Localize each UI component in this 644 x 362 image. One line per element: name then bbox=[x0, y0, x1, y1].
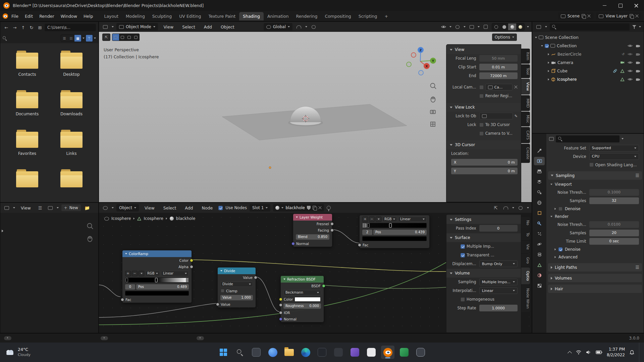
step-rate-field[interactable]: 1.0000 bbox=[479, 305, 518, 311]
hide-eye-icon[interactable] bbox=[628, 52, 633, 56]
select-extend-mode-icon[interactable] bbox=[119, 34, 126, 41]
multiple-importance-checkbox[interactable] bbox=[461, 244, 465, 249]
blender-menu-icon[interactable] bbox=[3, 13, 8, 19]
viewport-3d[interactable]: Z Y X Object Mode Vie bbox=[99, 21, 532, 202]
viewport-noise-threshold-field[interactable]: 0.1000 bbox=[589, 189, 639, 196]
shader-menu-view[interactable]: View bbox=[142, 204, 158, 212]
ramp-stop[interactable] bbox=[186, 278, 189, 282]
browse-image-caret[interactable] bbox=[57, 207, 59, 208]
properties-tab-world-icon[interactable] bbox=[534, 198, 545, 207]
notifications-bell-icon[interactable] bbox=[629, 350, 635, 355]
ramp-stop[interactable] bbox=[125, 278, 128, 282]
menu-file[interactable]: File bbox=[8, 12, 21, 20]
volume-sampling-dropdown[interactable]: Multiple Impo... bbox=[479, 279, 518, 285]
close-button[interactable] bbox=[628, 0, 644, 11]
menu-help[interactable]: Help bbox=[80, 12, 96, 20]
path-field[interactable]: C:\Users\s... bbox=[45, 24, 96, 31]
workspace-tab-rendering[interactable]: Rendering bbox=[292, 12, 321, 20]
socket-alpha-output[interactable] bbox=[190, 265, 193, 268]
create-directory-button[interactable]: ⊞ bbox=[36, 24, 44, 31]
view-section-header[interactable]: View bbox=[446, 45, 521, 54]
properties-tab-data-icon[interactable] bbox=[534, 261, 545, 269]
material-name-field[interactable]: blackhole bbox=[285, 205, 305, 210]
clip-start-field[interactable]: 0.01 m bbox=[479, 64, 518, 70]
device-dropdown[interactable]: CPU bbox=[589, 153, 639, 160]
properties-tab-tool-icon[interactable] bbox=[534, 146, 545, 155]
socket-normal-input[interactable] bbox=[291, 242, 295, 245]
shader-menu-select[interactable]: Select bbox=[160, 204, 179, 212]
color-mode-dropdown[interactable]: RGB bbox=[382, 217, 397, 222]
transparent-shadows-checkbox[interactable] bbox=[461, 253, 465, 257]
folder-desktop[interactable]: Desktop bbox=[49, 53, 94, 77]
side-tab-group[interactable]: Gro bbox=[521, 254, 530, 267]
new-view-layer-icon[interactable] bbox=[630, 14, 633, 18]
osl-checkbox[interactable] bbox=[589, 163, 594, 167]
filter-toggle[interactable] bbox=[86, 35, 93, 42]
overlays-toggle-icon[interactable] bbox=[468, 23, 475, 31]
socket-color-output[interactable] bbox=[190, 259, 193, 262]
hide-eye-icon[interactable] bbox=[628, 77, 633, 81]
cursor-x-field[interactable]: X 0 m bbox=[451, 159, 518, 166]
new-image-button[interactable]: + New bbox=[61, 204, 81, 211]
properties-tab-object-icon[interactable] bbox=[534, 209, 545, 217]
editor-type-icon[interactable] bbox=[535, 23, 542, 31]
select-box-mode-icon[interactable] bbox=[112, 34, 119, 41]
outliner-row-beziercircle[interactable]: BezierCircle ↺ bbox=[532, 50, 644, 58]
homogeneous-checkbox[interactable] bbox=[461, 297, 465, 302]
use-nodes-checkbox[interactable] bbox=[218, 206, 223, 210]
stop-position-field[interactable]: Pos 0.489 bbox=[136, 284, 189, 290]
teams-app-icon[interactable] bbox=[266, 346, 279, 359]
workspace-tab-shading[interactable]: Shading bbox=[239, 12, 264, 20]
viewport-menu-add[interactable]: Add bbox=[201, 23, 215, 31]
overlays-caret[interactable] bbox=[527, 207, 529, 208]
ramp-stop-selected[interactable] bbox=[155, 278, 158, 282]
gizmos-caret[interactable] bbox=[464, 26, 466, 27]
volumes-panel-header[interactable]: Volumes bbox=[548, 274, 642, 282]
distribution-dropdown[interactable]: Beckmann bbox=[283, 290, 321, 295]
search-button[interactable] bbox=[233, 346, 247, 359]
select-difference-mode-icon[interactable] bbox=[132, 34, 139, 41]
stop-color-swatch[interactable] bbox=[125, 291, 189, 296]
viewport-samples-field[interactable]: 32 bbox=[589, 197, 639, 204]
socket-value-input[interactable] bbox=[216, 303, 219, 306]
color-swatch[interactable] bbox=[294, 297, 321, 302]
app-icon-console[interactable] bbox=[315, 346, 329, 359]
time-limit-field[interactable]: 0 sec bbox=[589, 238, 639, 245]
menu-edit[interactable]: Edit bbox=[22, 12, 36, 20]
outliner-row-cube[interactable]: Cube 🔗 bbox=[532, 67, 644, 75]
search-icon[interactable] bbox=[3, 36, 7, 40]
collapse-icon[interactable] bbox=[296, 217, 298, 218]
blend-field[interactable]: Blend0.850 bbox=[296, 234, 329, 240]
minimize-button[interactable] bbox=[597, 0, 612, 11]
shading-material-icon[interactable] bbox=[508, 23, 516, 30]
expand-icon[interactable] bbox=[541, 45, 543, 47]
editor-type-caret[interactable] bbox=[112, 207, 114, 208]
side-tab-view[interactable]: Vie bbox=[521, 241, 530, 253]
socket-roughness-input[interactable] bbox=[279, 303, 282, 307]
value-field[interactable]: Value1.000 bbox=[220, 295, 253, 300]
n-panel-tab-view[interactable]: View bbox=[521, 79, 530, 94]
filter-settings-caret[interactable] bbox=[94, 38, 96, 39]
editor-type-icon[interactable] bbox=[3, 204, 10, 212]
refresh-button[interactable]: ↻ bbox=[28, 24, 35, 31]
menu-window[interactable]: Window bbox=[58, 12, 80, 20]
interpolation-dropdown[interactable]: Linear bbox=[398, 217, 427, 222]
xray-toggle-icon[interactable] bbox=[482, 23, 489, 31]
add-workspace-button[interactable]: + bbox=[381, 12, 391, 20]
workspace-tab-animation[interactable]: Animation bbox=[264, 12, 292, 20]
ramp-stop[interactable] bbox=[363, 223, 365, 228]
edge-browser-icon[interactable] bbox=[299, 346, 312, 359]
app-icon-green[interactable] bbox=[397, 346, 411, 359]
maximize-button[interactable] bbox=[612, 0, 628, 11]
remove-stop-button[interactable]: − bbox=[132, 271, 138, 276]
socket-normal-input[interactable] bbox=[279, 317, 282, 321]
shading-caret[interactable] bbox=[527, 26, 529, 27]
properties-tab-texture-icon[interactable] bbox=[534, 282, 545, 290]
object-origin-dot[interactable] bbox=[269, 167, 271, 169]
ramp-tools-caret[interactable] bbox=[139, 271, 144, 276]
properties-tab-scene-icon[interactable] bbox=[534, 188, 545, 196]
show-desktop-strip[interactable] bbox=[639, 343, 641, 362]
browse-image-icon[interactable] bbox=[47, 204, 54, 212]
hide-eye-icon[interactable] bbox=[628, 44, 633, 48]
workspace-tab-texture-paint[interactable]: Texture Paint bbox=[205, 12, 239, 20]
